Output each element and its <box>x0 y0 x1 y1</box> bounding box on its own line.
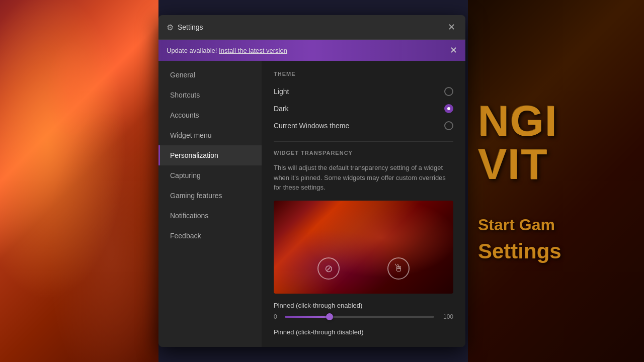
start-game-label: Start Gam <box>478 216 555 234</box>
no-widget-symbol: ⊘ <box>325 262 333 275</box>
preview-icons-area: ⊘ 🖱 <box>274 253 453 284</box>
settings-label: Settings <box>478 239 561 263</box>
transparency-description: This will adjust the default transparenc… <box>274 163 453 193</box>
settings-content: General Shortcuts Accounts Widget menu P… <box>158 61 465 347</box>
slider-enabled-track[interactable] <box>285 316 434 318</box>
slider-enabled-container: 0 100 <box>274 313 453 320</box>
pinned-enabled-label: Pinned (click-through enabled) <box>274 302 453 309</box>
window-close-button[interactable]: ✕ <box>445 21 457 33</box>
banner-close-button[interactable]: ✕ <box>450 45 457 56</box>
slider-enabled-fill <box>285 316 330 318</box>
theme-dark-radio[interactable] <box>444 104 453 113</box>
theme-windows-label: Current Windows theme <box>274 122 349 130</box>
settings-panel: THEME Light Dark Current Windows theme W… <box>262 61 465 347</box>
sidebar-item-feedback[interactable]: Feedback <box>158 226 262 246</box>
pinned-disabled-label: Pinned (click-through disabled) <box>274 328 453 336</box>
title-bar: ⚙ Settings ✕ <box>158 15 465 40</box>
theme-light-label: Light <box>274 87 289 96</box>
sidebar-item-capturing[interactable]: Capturing <box>158 165 262 186</box>
settings-window: ⚙ Settings ✕ Update available! Install t… <box>158 15 465 347</box>
theme-light-radio[interactable] <box>444 87 453 96</box>
no-widget-icon: ⊘ <box>317 257 340 280</box>
character-art <box>15 40 126 332</box>
theme-option-windows[interactable]: Current Windows theme <box>274 118 453 133</box>
game-title-area: NGI VIT Start Gam Settings <box>468 0 644 362</box>
update-text: Update available! Install the latest ver… <box>167 47 287 54</box>
game-title-line2: VIT <box>478 142 548 186</box>
mouse-symbol: 🖱 <box>393 262 404 274</box>
sidebar-item-shortcuts[interactable]: Shortcuts <box>158 85 262 105</box>
theme-option-dark[interactable]: Dark <box>274 101 453 116</box>
game-title-line1: NGI <box>478 99 558 142</box>
sidebar-item-widget-menu[interactable]: Widget menu <box>158 125 262 145</box>
slider-enabled-max: 100 <box>439 313 453 320</box>
slider-enabled-thumb[interactable] <box>326 313 333 320</box>
background-left <box>0 0 158 362</box>
game-preview-image: ⊘ 🖱 <box>274 201 453 294</box>
sidebar-item-gaming-features[interactable]: Gaming features <box>158 186 262 206</box>
gear-icon: ⚙ <box>167 23 174 32</box>
theme-windows-radio[interactable] <box>444 121 453 130</box>
sidebar-item-accounts[interactable]: Accounts <box>158 105 262 125</box>
settings-sidebar: General Shortcuts Accounts Widget menu P… <box>158 61 262 347</box>
background-right: NGI VIT Start Gam Settings <box>468 0 644 362</box>
slider-enabled-min: 0 <box>274 313 280 320</box>
theme-divider <box>274 141 453 142</box>
update-banner: Update available! Install the latest ver… <box>158 40 465 61</box>
theme-option-light[interactable]: Light <box>274 84 453 99</box>
preview-icon-left: ⊘ <box>316 253 341 284</box>
theme-section-header: THEME <box>274 71 453 77</box>
install-link[interactable]: Install the latest version <box>219 47 287 54</box>
preview-icon-right: 🖱 <box>386 253 411 284</box>
mouse-icon: 🖱 <box>387 257 410 280</box>
window-title: Settings <box>178 23 441 31</box>
transparency-section-header: WIDGET TRANSPARENCY <box>274 150 453 156</box>
sidebar-item-general[interactable]: General <box>158 65 262 85</box>
sidebar-item-personalization[interactable]: Personalization <box>158 145 262 165</box>
update-text-prefix: Update available! <box>167 47 217 54</box>
sidebar-item-notifications[interactable]: Notifications <box>158 206 262 226</box>
theme-dark-label: Dark <box>274 105 289 113</box>
